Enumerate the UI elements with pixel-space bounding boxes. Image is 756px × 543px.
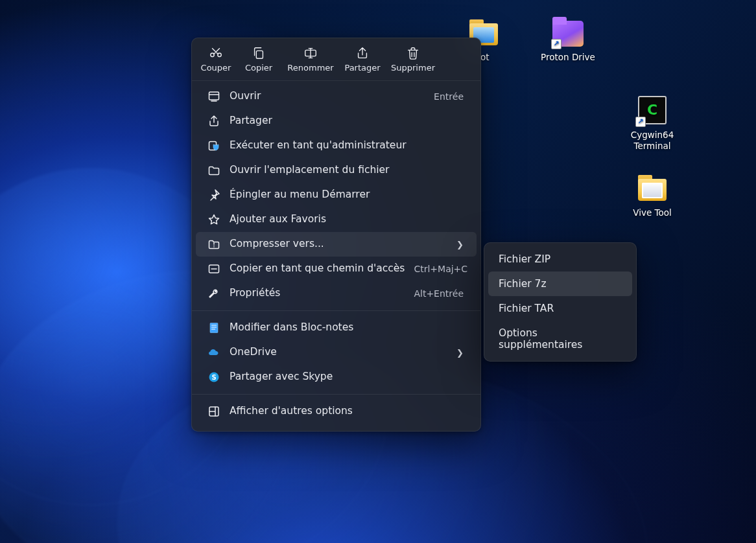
menu-item-add-to-favorites[interactable]: Ajouter aux Favoris [196,207,477,232]
menu-item-copy-as-path[interactable]: Copier en tant que chemin d'accès Ctrl+M… [196,257,477,281]
pin-icon [207,189,220,202]
cut-button[interactable]: Couper [196,43,236,74]
rename-button[interactable]: Renommer [281,43,340,74]
svg-rect-2 [209,92,219,100]
menu-item-properties[interactable]: Propriétés Alt+Entrée [196,281,477,306]
submenu-item-tar[interactable]: Fichier TAR [488,296,632,321]
menu-item-label: OneDrive [230,347,447,358]
open-app-icon [207,90,220,103]
menu-item-label: Exécuter en tant qu'administrateur [230,141,464,151]
menu-item-label: Épingler au menu Démarrer [230,190,464,200]
share-button[interactable]: Partager [340,43,385,74]
menu-item-onedrive[interactable]: OneDrive ❯ [196,340,477,365]
copy-icon [252,46,266,60]
menu-item-run-as-admin[interactable]: Exécuter en tant qu'administrateur [196,133,477,158]
chevron-right-icon: ❯ [456,349,464,357]
star-icon [207,213,220,226]
menu-item-label: Partager [230,116,464,126]
context-menu-group: Afficher d'autres options [192,396,480,427]
menu-item-edit-notepad[interactable]: Modifier dans Bloc-notes [196,316,477,340]
svg-rect-0 [256,51,263,58]
cut-icon [209,46,223,60]
menu-item-label: Propriétés [230,288,405,299]
desktop-icon-label: Cygwin64 Terminal [631,130,674,151]
action-label: Partager [344,63,380,73]
menu-item-label: Copier en tant que chemin d'accès [230,264,405,274]
context-menu: Couper Copier Renommer Partager Supprime… [191,38,481,432]
menu-item-shortcut: Entrée [434,92,464,101]
copy-button[interactable]: Copier [236,43,281,74]
chevron-right-icon: ❯ [456,240,464,249]
submenu-item-label: Fichier ZIP [499,253,550,265]
desktop-icon-proton-drive[interactable]: ↗ Proton Drive [536,16,600,63]
folder-icon [635,171,669,205]
menu-separator [192,394,480,395]
action-label: Renommer [287,63,333,73]
menu-item-shortcut: Ctrl+Maj+C [414,264,467,273]
share-icon [355,46,370,60]
menu-item-label: Compresser vers... [230,239,447,249]
menu-item-label: Ouvrir [230,91,425,102]
menu-item-compress-to[interactable]: Compresser vers... ❯ [196,232,477,257]
submenu-item-additional-options[interactable]: Options supplémentaires [488,321,632,357]
skype-icon: S [207,371,220,384]
compress-submenu: Fichier ZIP Fichier 7z Fichier TAR Optio… [484,242,637,362]
desktop-icon-label: Proton Drive [541,52,595,62]
action-label: Copier [245,63,272,73]
action-label: Supprimer [391,63,435,73]
wrench-icon [207,287,220,300]
context-menu-group: Modifier dans Bloc-notes OneDrive ❯ S Pa… [192,312,480,393]
more-options-icon [207,405,220,418]
menu-item-share[interactable]: Partager [196,109,477,133]
submenu-item-7z[interactable]: Fichier 7z [488,272,632,296]
submenu-item-label: Fichier 7z [499,278,547,290]
desktop-icon-cygwin-terminal[interactable]: C ↗ Cygwin64 Terminal [620,93,685,152]
menu-item-label: Modifier dans Bloc-notes [230,323,464,333]
menu-separator [192,310,480,311]
menu-item-label: Ouvrir l'emplacement du fichier [230,165,464,176]
folder-open-icon [207,164,220,177]
desktop-icon-label: Vive Tool [633,207,672,218]
menu-item-shortcut: Alt+Entrée [414,289,464,298]
action-label: Couper [201,63,231,73]
menu-item-show-more-options[interactable]: Afficher d'autres options [196,399,477,424]
menu-item-open-file-location[interactable]: Ouvrir l'emplacement du fichier [196,158,477,183]
delete-button[interactable]: Supprimer [385,43,441,74]
context-menu-group: Ouvrir Entrée Partager Exécuter en tant … [192,81,480,309]
svg-rect-5 [210,323,218,333]
menu-item-label: Ajouter aux Favoris [230,214,464,225]
shortcut-overlay-icon: ↗ [551,39,561,49]
menu-item-pin-to-start[interactable]: Épingler au menu Démarrer [196,183,477,207]
menu-item-share-skype[interactable]: S Partager avec Skype [196,365,477,389]
desktop-icon-vive-tool[interactable]: Vive Tool [620,171,685,218]
share-icon [207,115,220,128]
cygwin-icon: C ↗ [635,93,669,127]
proton-drive-icon: ↗ [551,16,585,49]
onedrive-icon [207,346,220,359]
menu-item-open[interactable]: Ouvrir Entrée [196,84,477,109]
submenu-item-zip[interactable]: Fichier ZIP [488,247,632,272]
svg-text:S: S [211,374,216,381]
shield-icon [207,139,220,152]
copy-path-icon [207,262,220,275]
menu-item-label: Afficher d'autres options [230,406,464,417]
context-menu-action-bar: Couper Copier Renommer Partager Supprime… [192,38,480,81]
delete-icon [406,46,420,60]
archive-icon [207,238,220,251]
submenu-item-label: Options supplémentaires [499,327,582,351]
notepad-icon [207,321,220,334]
rename-icon [303,46,318,60]
shortcut-overlay-icon: ↗ [635,117,646,127]
menu-item-label: Partager avec Skype [230,372,464,382]
submenu-item-label: Fichier TAR [499,303,554,314]
